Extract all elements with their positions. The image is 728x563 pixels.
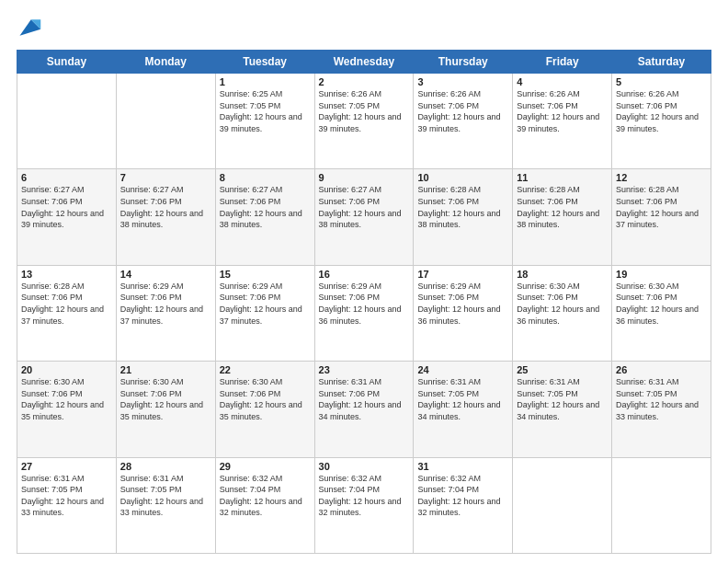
calendar-cell: 13Sunrise: 6:28 AM Sunset: 7:06 PM Dayli… xyxy=(17,265,117,361)
calendar-cell: 26Sunrise: 6:31 AM Sunset: 7:05 PM Dayli… xyxy=(612,362,711,457)
calendar-cell: 21Sunrise: 6:30 AM Sunset: 7:06 PM Dayli… xyxy=(116,362,215,457)
day-number: 26 xyxy=(616,364,707,375)
calendar-cell: 4Sunrise: 6:26 AM Sunset: 7:06 PM Daylig… xyxy=(513,74,612,169)
day-number: 22 xyxy=(220,364,311,375)
day-info: Sunrise: 6:31 AM Sunset: 7:05 PM Dayligh… xyxy=(21,473,112,519)
weekday-header-wednesday: Wednesday xyxy=(314,51,414,74)
day-number: 24 xyxy=(417,364,508,375)
calendar-row-1: 1Sunrise: 6:25 AM Sunset: 7:05 PM Daylig… xyxy=(17,74,711,169)
calendar-cell: 12Sunrise: 6:28 AM Sunset: 7:06 PM Dayli… xyxy=(612,169,711,265)
day-info: Sunrise: 6:26 AM Sunset: 7:06 PM Dayligh… xyxy=(616,88,707,134)
day-info: Sunrise: 6:29 AM Sunset: 7:06 PM Dayligh… xyxy=(319,281,410,327)
day-info: Sunrise: 6:29 AM Sunset: 7:06 PM Dayligh… xyxy=(220,281,311,327)
day-info: Sunrise: 6:31 AM Sunset: 7:06 PM Dayligh… xyxy=(319,376,410,422)
calendar-cell xyxy=(17,74,117,169)
day-info: Sunrise: 6:29 AM Sunset: 7:06 PM Dayligh… xyxy=(120,281,211,327)
calendar-cell: 25Sunrise: 6:31 AM Sunset: 7:05 PM Dayli… xyxy=(513,362,612,457)
calendar-row-2: 6Sunrise: 6:27 AM Sunset: 7:06 PM Daylig… xyxy=(17,169,711,265)
day-number: 21 xyxy=(120,364,211,375)
calendar-cell: 24Sunrise: 6:31 AM Sunset: 7:05 PM Dayli… xyxy=(414,362,513,457)
day-number: 31 xyxy=(417,461,508,472)
day-number: 10 xyxy=(417,172,508,183)
day-info: Sunrise: 6:27 AM Sunset: 7:06 PM Dayligh… xyxy=(319,184,410,230)
day-info: Sunrise: 6:26 AM Sunset: 7:05 PM Dayligh… xyxy=(319,88,410,134)
calendar-cell: 20Sunrise: 6:30 AM Sunset: 7:06 PM Dayli… xyxy=(17,362,117,457)
calendar-cell: 14Sunrise: 6:29 AM Sunset: 7:06 PM Dayli… xyxy=(116,265,215,361)
day-number: 4 xyxy=(517,76,608,87)
calendar-cell: 22Sunrise: 6:30 AM Sunset: 7:06 PM Dayli… xyxy=(215,362,314,457)
calendar-cell: 23Sunrise: 6:31 AM Sunset: 7:06 PM Dayli… xyxy=(314,362,414,457)
weekday-header-monday: Monday xyxy=(116,51,215,74)
day-info: Sunrise: 6:28 AM Sunset: 7:06 PM Dayligh… xyxy=(616,184,707,230)
calendar-cell xyxy=(116,74,215,169)
day-number: 6 xyxy=(21,172,112,183)
day-number: 25 xyxy=(517,364,608,375)
calendar-row-5: 27Sunrise: 6:31 AM Sunset: 7:05 PM Dayli… xyxy=(17,457,711,553)
calendar-cell: 19Sunrise: 6:30 AM Sunset: 7:06 PM Dayli… xyxy=(612,265,711,361)
day-number: 23 xyxy=(319,364,410,375)
day-info: Sunrise: 6:27 AM Sunset: 7:06 PM Dayligh… xyxy=(220,184,311,230)
day-number: 17 xyxy=(417,269,508,280)
calendar-cell: 5Sunrise: 6:26 AM Sunset: 7:06 PM Daylig… xyxy=(612,74,711,169)
day-info: Sunrise: 6:26 AM Sunset: 7:06 PM Dayligh… xyxy=(417,88,508,134)
calendar-cell: 28Sunrise: 6:31 AM Sunset: 7:05 PM Dayli… xyxy=(116,457,215,553)
weekday-header-sunday: Sunday xyxy=(17,51,117,74)
logo-icon xyxy=(17,15,42,40)
day-info: Sunrise: 6:28 AM Sunset: 7:06 PM Dayligh… xyxy=(517,184,608,230)
calendar-cell: 17Sunrise: 6:29 AM Sunset: 7:06 PM Dayli… xyxy=(414,265,513,361)
weekday-header-thursday: Thursday xyxy=(414,51,513,74)
day-number: 12 xyxy=(616,172,707,183)
weekday-header-friday: Friday xyxy=(513,51,612,74)
calendar-cell: 11Sunrise: 6:28 AM Sunset: 7:06 PM Dayli… xyxy=(513,169,612,265)
day-number: 15 xyxy=(220,269,311,280)
day-info: Sunrise: 6:31 AM Sunset: 7:05 PM Dayligh… xyxy=(517,376,608,422)
calendar-cell: 31Sunrise: 6:32 AM Sunset: 7:04 PM Dayli… xyxy=(414,457,513,553)
day-info: Sunrise: 6:26 AM Sunset: 7:06 PM Dayligh… xyxy=(517,88,608,134)
day-info: Sunrise: 6:32 AM Sunset: 7:04 PM Dayligh… xyxy=(220,473,311,519)
calendar-cell: 10Sunrise: 6:28 AM Sunset: 7:06 PM Dayli… xyxy=(414,169,513,265)
day-info: Sunrise: 6:31 AM Sunset: 7:05 PM Dayligh… xyxy=(120,473,211,519)
calendar-table: SundayMondayTuesdayWednesdayThursdayFrid… xyxy=(17,50,711,554)
day-info: Sunrise: 6:27 AM Sunset: 7:06 PM Dayligh… xyxy=(120,184,211,230)
day-number: 1 xyxy=(220,76,311,87)
day-number: 16 xyxy=(319,269,410,280)
day-info: Sunrise: 6:32 AM Sunset: 7:04 PM Dayligh… xyxy=(417,473,508,519)
calendar-cell: 8Sunrise: 6:27 AM Sunset: 7:06 PM Daylig… xyxy=(215,169,314,265)
day-info: Sunrise: 6:30 AM Sunset: 7:06 PM Dayligh… xyxy=(120,376,211,422)
day-number: 19 xyxy=(616,269,707,280)
calendar-cell: 3Sunrise: 6:26 AM Sunset: 7:06 PM Daylig… xyxy=(414,74,513,169)
calendar-cell: 6Sunrise: 6:27 AM Sunset: 7:06 PM Daylig… xyxy=(17,169,117,265)
day-number: 30 xyxy=(319,461,410,472)
calendar-cell: 15Sunrise: 6:29 AM Sunset: 7:06 PM Dayli… xyxy=(215,265,314,361)
day-number: 2 xyxy=(319,76,410,87)
calendar-cell: 16Sunrise: 6:29 AM Sunset: 7:06 PM Dayli… xyxy=(314,265,414,361)
day-info: Sunrise: 6:25 AM Sunset: 7:05 PM Dayligh… xyxy=(220,88,311,134)
day-info: Sunrise: 6:28 AM Sunset: 7:06 PM Dayligh… xyxy=(21,281,112,327)
calendar-row-4: 20Sunrise: 6:30 AM Sunset: 7:06 PM Dayli… xyxy=(17,362,711,457)
day-number: 3 xyxy=(417,76,508,87)
calendar-cell: 2Sunrise: 6:26 AM Sunset: 7:05 PM Daylig… xyxy=(314,74,414,169)
day-number: 13 xyxy=(21,269,112,280)
day-info: Sunrise: 6:28 AM Sunset: 7:06 PM Dayligh… xyxy=(417,184,508,230)
calendar-cell xyxy=(513,457,612,553)
calendar-cell: 29Sunrise: 6:32 AM Sunset: 7:04 PM Dayli… xyxy=(215,457,314,553)
calendar-cell: 27Sunrise: 6:31 AM Sunset: 7:05 PM Dayli… xyxy=(17,457,117,553)
day-number: 9 xyxy=(319,172,410,183)
calendar-cell: 9Sunrise: 6:27 AM Sunset: 7:06 PM Daylig… xyxy=(314,169,414,265)
page-header xyxy=(17,15,711,40)
day-number: 29 xyxy=(220,461,311,472)
calendar-cell: 1Sunrise: 6:25 AM Sunset: 7:05 PM Daylig… xyxy=(215,74,314,169)
calendar-cell: 30Sunrise: 6:32 AM Sunset: 7:04 PM Dayli… xyxy=(314,457,414,553)
day-info: Sunrise: 6:31 AM Sunset: 7:05 PM Dayligh… xyxy=(616,376,707,422)
calendar-row-3: 13Sunrise: 6:28 AM Sunset: 7:06 PM Dayli… xyxy=(17,265,711,361)
day-info: Sunrise: 6:29 AM Sunset: 7:06 PM Dayligh… xyxy=(417,281,508,327)
calendar-cell xyxy=(612,457,711,553)
calendar-cell: 7Sunrise: 6:27 AM Sunset: 7:06 PM Daylig… xyxy=(116,169,215,265)
day-info: Sunrise: 6:27 AM Sunset: 7:06 PM Dayligh… xyxy=(21,184,112,230)
day-number: 11 xyxy=(517,172,608,183)
weekday-header-tuesday: Tuesday xyxy=(215,51,314,74)
day-number: 28 xyxy=(120,461,211,472)
day-number: 18 xyxy=(517,269,608,280)
day-number: 5 xyxy=(616,76,707,87)
day-number: 20 xyxy=(21,364,112,375)
